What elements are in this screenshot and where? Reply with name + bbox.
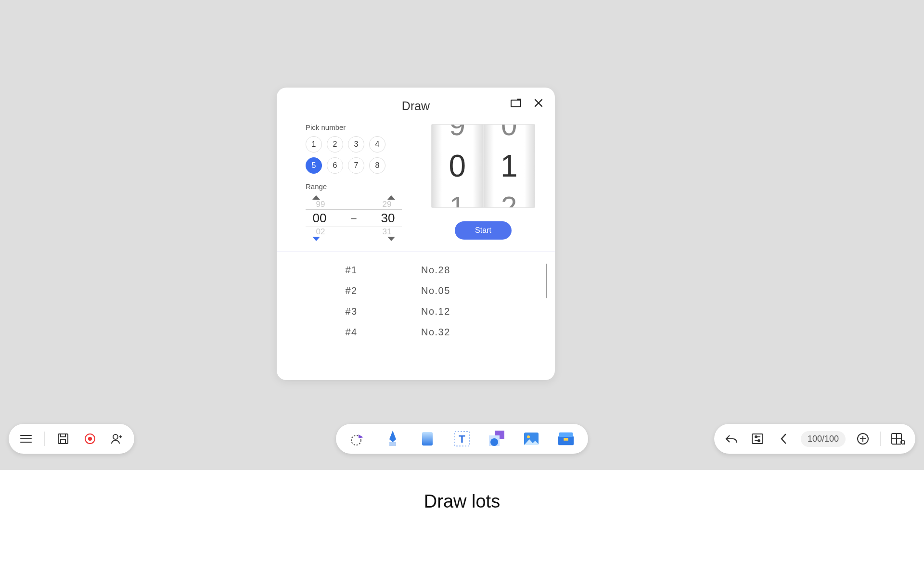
results-scrollbar[interactable] xyxy=(546,264,547,298)
page-overview-icon[interactable] xyxy=(889,430,907,447)
range-to-value[interactable]: 30 xyxy=(377,211,399,226)
svg-rect-18 xyxy=(752,434,763,444)
pick-option-7[interactable]: 7 xyxy=(348,157,364,174)
pen-icon[interactable] xyxy=(384,430,401,447)
result-row: #3No.12 xyxy=(291,301,540,322)
svg-text:T: T xyxy=(459,433,465,445)
range-to-prev: 29 xyxy=(376,200,398,209)
sticky-note-icon[interactable] xyxy=(488,430,505,447)
result-value: No.28 xyxy=(411,265,540,276)
range-from-value[interactable]: 00 xyxy=(308,211,331,226)
result-row: #2No.05 xyxy=(291,280,540,301)
add-page-icon[interactable] xyxy=(854,430,872,447)
slot-reel-left: 9 0 1 xyxy=(432,125,484,207)
panel-header: Draw xyxy=(277,91,555,120)
toolbox-icon[interactable] xyxy=(557,430,575,447)
undo-icon[interactable] xyxy=(723,430,740,447)
pick-option-4[interactable]: 4 xyxy=(369,136,385,153)
svg-point-3 xyxy=(88,437,92,441)
image-icon[interactable] xyxy=(523,430,540,447)
pick-option-6[interactable]: 6 xyxy=(327,157,343,174)
svg-rect-17 xyxy=(564,438,568,441)
pick-option-2[interactable]: 2 xyxy=(327,136,343,153)
svg-rect-1 xyxy=(58,434,68,444)
range-from-down-icon[interactable] xyxy=(312,237,320,241)
slot-left-center: 0 xyxy=(449,152,466,180)
result-rank: #2 xyxy=(291,285,411,296)
save-icon[interactable] xyxy=(54,430,72,447)
result-value: No.32 xyxy=(411,327,540,338)
whiteboard-canvas[interactable]: Draw Pick number 12345678 Range xyxy=(0,0,924,470)
svg-point-4 xyxy=(113,434,118,439)
divider xyxy=(44,432,45,446)
draw-panel: Draw Pick number 12345678 Range xyxy=(277,88,555,380)
slot-left-above: 9 xyxy=(449,124,465,139)
close-icon[interactable] xyxy=(534,98,543,108)
svg-rect-15 xyxy=(558,436,574,445)
svg-rect-0 xyxy=(511,100,521,107)
range-to-down-icon[interactable] xyxy=(387,237,395,241)
toolbar-center: T xyxy=(336,424,588,454)
toolbar-right: 100/100 xyxy=(714,424,915,454)
pick-option-1[interactable]: 1 xyxy=(306,136,322,153)
slot-right-center: 1 xyxy=(500,152,518,180)
caption-text: Draw lots xyxy=(0,491,924,512)
divider xyxy=(880,432,881,446)
lasso-icon[interactable] xyxy=(349,430,367,447)
pick-option-3[interactable]: 3 xyxy=(348,136,364,153)
svg-point-19 xyxy=(755,436,757,438)
toolbar-left xyxy=(9,424,134,454)
svg-point-20 xyxy=(758,440,760,442)
result-value: No.05 xyxy=(411,285,540,296)
svg-point-12 xyxy=(490,438,498,446)
settings-slider-icon[interactable] xyxy=(749,430,766,447)
range-separator: – xyxy=(351,213,356,224)
prev-page-icon[interactable] xyxy=(775,430,792,447)
result-rank: #1 xyxy=(291,265,411,276)
range-picker: 99 29 00 – 30 02 31 xyxy=(306,195,402,241)
record-icon[interactable] xyxy=(81,430,99,447)
start-button[interactable]: Start xyxy=(455,221,512,240)
slot-right-above: 0 xyxy=(501,124,517,139)
result-row: #1No.28 xyxy=(291,260,540,280)
pick-number-label: Pick number xyxy=(306,123,426,131)
results-list: #1No.28#2No.05#3No.12#4No.32 xyxy=(277,252,555,380)
svg-rect-6 xyxy=(389,442,396,446)
range-to-next: 31 xyxy=(376,227,398,237)
result-row: #4No.32 xyxy=(291,322,540,343)
eraser-icon[interactable] xyxy=(419,430,436,447)
range-from-prev: 99 xyxy=(309,200,332,209)
slot-left-below: 1 xyxy=(449,193,465,208)
result-value: No.12 xyxy=(411,306,540,317)
svg-rect-16 xyxy=(559,433,573,437)
popout-icon[interactable] xyxy=(511,99,521,107)
pick-option-8[interactable]: 8 xyxy=(369,157,385,174)
result-rank: #4 xyxy=(291,327,411,338)
menu-icon[interactable] xyxy=(17,430,35,447)
svg-point-14 xyxy=(527,435,530,438)
range-from-up-icon[interactable] xyxy=(312,195,320,200)
range-label: Range xyxy=(306,182,426,191)
add-user-icon[interactable] xyxy=(108,430,126,447)
pick-option-5[interactable]: 5 xyxy=(306,157,322,174)
range-from-next: 02 xyxy=(309,227,332,237)
slot-right-below: 2 xyxy=(501,193,517,208)
page-indicator[interactable]: 100/100 xyxy=(801,431,846,447)
pick-number-grid: 12345678 xyxy=(306,136,402,174)
svg-rect-7 xyxy=(422,432,433,446)
text-icon[interactable]: T xyxy=(453,430,471,447)
panel-title: Draw xyxy=(402,99,430,113)
result-rank: #3 xyxy=(291,306,411,317)
slot-display: 9 0 1 0 1 2 xyxy=(431,124,535,208)
slot-reel-right: 0 1 2 xyxy=(484,125,535,207)
range-to-up-icon[interactable] xyxy=(387,195,395,200)
